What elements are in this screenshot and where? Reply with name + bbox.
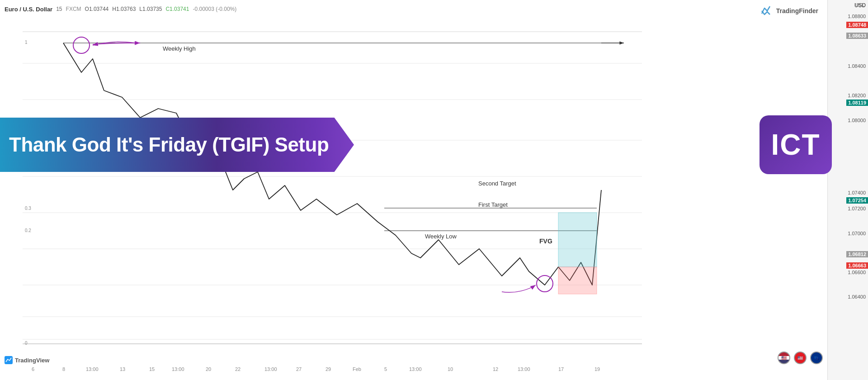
date-19: 19 <box>594 366 600 372</box>
price-1.07400: 1.07400 <box>848 190 866 195</box>
price-1.07200: 1.07200 <box>848 206 866 211</box>
date-12: 12 <box>493 366 498 372</box>
date-17: 17 <box>558 366 564 372</box>
weekly-low-label: Weekly Low <box>425 233 457 240</box>
date-20: 20 <box>206 366 211 372</box>
price-1.08633-badge: 1.08633 <box>846 33 868 39</box>
ohlc-close: C1.03741 <box>165 6 189 12</box>
price-1.08400: 1.08400 <box>848 63 866 69</box>
date-22: 22 <box>235 366 241 372</box>
price-axis-panel: USD 1.08800 1.08748 1.08633 1.08400 1.08… <box>827 0 868 380</box>
price-1.07254-badge: 1.07254 <box>846 197 868 204</box>
price-1.08000: 1.08000 <box>848 118 866 123</box>
currency-label: USD <box>854 2 866 9</box>
first-target-label: First Target <box>478 201 508 208</box>
flag-icons-container: 🇺🇸 🇺🇸 🇪🇺 <box>778 352 823 364</box>
date-1300-2: 13:00 <box>172 366 184 372</box>
date-axis <box>23 356 646 367</box>
svg-rect-22 <box>558 213 597 267</box>
trading-finder-logo: TradingFinder <box>760 5 818 17</box>
date-labels-row: 6 8 13:00 13 15 13:00 20 22 13:00 27 29 … <box>23 366 646 375</box>
svg-text:1: 1 <box>25 40 28 45</box>
svg-point-21 <box>537 276 553 292</box>
date-15: 15 <box>149 366 155 372</box>
timeframe-label: 15 <box>56 6 62 12</box>
tradingview-watermark: TradingView <box>5 356 49 364</box>
second-target-label: Second Target <box>478 180 516 187</box>
ict-label: ICT <box>771 128 820 162</box>
price-1.06812-badge: 1.06812 <box>846 251 868 257</box>
svg-point-20 <box>73 37 90 53</box>
price-1.07000: 1.07000 <box>848 231 866 236</box>
price-1.06400: 1.06400 <box>848 294 866 299</box>
date-13: 13 <box>120 366 125 372</box>
price-1.08119-badge: 1.08119 <box>846 100 868 106</box>
date-29: 29 <box>326 366 331 372</box>
top-bar: Euro / U.S. Dollar 15 FXCM O1.03744 H1.0… <box>0 0 674 18</box>
chart-canvas: 0.3 0.2 0 1 <box>23 18 656 362</box>
tv-logo-icon <box>5 356 13 364</box>
price-change: -0.00003 (-0.00%) <box>193 6 236 12</box>
ohlc-low: L1.03735 <box>139 6 162 12</box>
date-1300-4: 13:00 <box>409 366 422 372</box>
flag-icon-1[interactable]: 🇺🇸 <box>778 352 790 364</box>
exchange-label: FXCM <box>66 6 81 12</box>
fvg-label: FVG <box>539 238 552 245</box>
svg-text:0.3: 0.3 <box>25 206 31 211</box>
date-27: 27 <box>296 366 302 372</box>
svg-rect-23 <box>558 267 597 294</box>
ict-badge: ICT <box>760 115 832 174</box>
tf-logo-icon <box>760 5 773 17</box>
price-1.08200: 1.08200 <box>848 93 866 98</box>
ohlc-open: O1.03744 <box>85 6 109 12</box>
tv-watermark-text: TradingView <box>15 357 49 364</box>
date-1300-3: 13:00 <box>264 366 277 372</box>
svg-text:0: 0 <box>25 341 28 346</box>
date-feb: Feb <box>353 366 361 372</box>
flag-icon-2[interactable]: 🇺🇸 <box>794 352 807 364</box>
date-8: 8 <box>62 366 65 372</box>
ohlc-high: H1.03763 <box>112 6 136 12</box>
price-1.06663-badge: 1.06663 <box>846 262 868 269</box>
tf-logo-text: TradingFinder <box>776 7 818 14</box>
flag-icon-3[interactable]: 🇪🇺 <box>810 352 823 364</box>
date-1300-5: 13:00 <box>518 366 530 372</box>
price-1.06600: 1.06600 <box>848 270 866 275</box>
symbol-name: Euro / U.S. Dollar <box>5 6 52 13</box>
date-1300-1: 13:00 <box>86 366 99 372</box>
date-10: 10 <box>448 366 453 372</box>
weekly-high-label: Weekly High <box>163 45 196 52</box>
date-5: 5 <box>384 366 387 372</box>
banner-title: Thank God It's Friday (TGIF) Setup <box>0 133 329 156</box>
tgif-banner: Thank God It's Friday (TGIF) Setup <box>0 118 393 172</box>
price-1.08800: 1.08800 <box>848 14 866 19</box>
svg-text:0.2: 0.2 <box>25 228 31 233</box>
price-1.08748-badge: 1.08748 <box>846 22 868 28</box>
date-6: 6 <box>32 366 34 372</box>
